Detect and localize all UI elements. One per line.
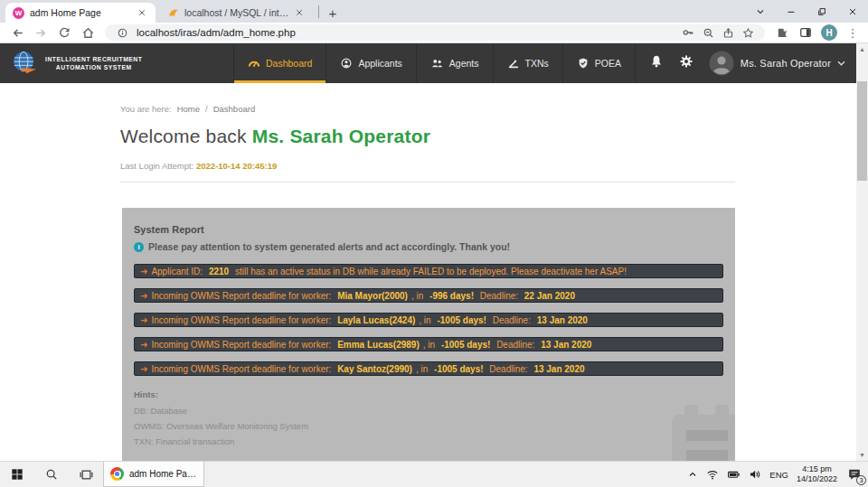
alert-text-segment: Kay Santoz(2990) <box>337 364 412 374</box>
page-scrollbar[interactable]: ▲ ▼ <box>856 43 868 461</box>
address-bar[interactable]: localhost/iras/adm/adm_home.php <box>105 24 765 41</box>
tab-adm-home[interactable]: W adm Home Page <box>5 3 156 23</box>
minimize-button[interactable] <box>776 0 807 23</box>
alert-text-segment: Deadline: <box>494 340 537 350</box>
scrollbar-thumb[interactable] <box>857 81 867 181</box>
restore-button[interactable] <box>807 0 837 23</box>
zoom-out-icon[interactable] <box>698 24 718 41</box>
taskbar-chrome-button[interactable]: adm Home Page - ... <box>103 462 204 487</box>
alert-text-segment: still has an active status in DB while a… <box>232 267 627 276</box>
alert-row: ➜Incoming OWMS Report deadline for worke… <box>134 288 723 303</box>
site-navbar: INTELLIGENT RECRUITMENT AUTOMATION SYSTE… <box>0 43 856 83</box>
menu-label: POEA <box>595 58 621 69</box>
menu-item-dashboard[interactable]: Dashboard <box>233 43 326 83</box>
alert-text-segment: Incoming OWMS Report deadline for worker… <box>151 364 334 374</box>
taskbar-search-button[interactable] <box>34 462 69 487</box>
hint-item: OWMS: Overseas Welfare Monitoring System <box>134 421 723 431</box>
forward-icon[interactable] <box>29 23 52 42</box>
clock[interactable]: 4:15 pm 14/10/2022 <box>797 464 837 484</box>
alert-text-segment: 13 Jan 2020 <box>533 364 584 374</box>
alert-text-segment: Incoming OWMS Report deadline for worker… <box>151 291 334 301</box>
alert-text-segment: Applicant ID: <box>151 267 204 276</box>
alert-text-segment: Mia Mayor(2000) <box>337 291 408 301</box>
hint-item: DB: Database <box>134 406 723 416</box>
site-info-icon[interactable] <box>112 24 132 41</box>
site-logo[interactable]: INTELLIGENT RECRUITMENT AUTOMATION SYSTE… <box>11 43 142 83</box>
system-report-panel: System Report i Please pay attention to … <box>122 208 735 461</box>
breadcrumb-current[interactable]: Dashboard <box>213 104 255 114</box>
people-icon <box>430 57 444 70</box>
tab-phpmyadmin[interactable]: localhost / MySQL / interactive / <box>161 3 313 23</box>
panel-notice: i Please pay attention to system generat… <box>134 241 723 252</box>
action-center-button[interactable]: 3 <box>845 465 863 483</box>
extensions-puzzle-icon[interactable] <box>770 23 794 42</box>
alert-row: ➜Incoming OWMS Report deadline for worke… <box>134 361 723 376</box>
alert-arrow-icon: ➜ <box>140 364 147 374</box>
shield-check-icon <box>577 57 590 70</box>
chrome-logo-icon <box>110 467 124 481</box>
side-panel-icon[interactable] <box>794 23 817 42</box>
alert-arrow-icon: ➜ <box>140 315 147 325</box>
new-tab-button[interactable]: + <box>324 4 342 22</box>
tab-search-icon[interactable] <box>745 0 776 23</box>
scroll-up-icon[interactable]: ▲ <box>856 43 868 55</box>
chevron-down-icon <box>837 61 845 67</box>
logo-text: INTELLIGENT RECRUITMENT AUTOMATION SYSTE… <box>45 55 142 71</box>
alert-text-segment: 22 Jan 2020 <box>524 291 575 301</box>
settings-gear-icon[interactable] <box>679 54 693 72</box>
home-icon[interactable] <box>76 23 99 42</box>
bookmark-star-icon[interactable] <box>738 24 758 41</box>
report-watermark-icon <box>672 405 735 461</box>
start-button[interactable] <box>0 462 34 487</box>
tray-chevron-up-icon[interactable] <box>687 469 698 480</box>
globe-plane-icon <box>11 50 38 77</box>
password-key-icon[interactable] <box>678 24 698 41</box>
info-icon: i <box>134 242 144 252</box>
user-name: Ms. Sarah Operator <box>741 58 831 69</box>
menu-item-agents[interactable]: Agents <box>416 43 493 83</box>
section-divider <box>120 182 735 183</box>
share-icon[interactable] <box>718 24 738 41</box>
alert-text-segment: 13 Jan 2020 <box>537 315 588 325</box>
close-button[interactable] <box>837 0 868 23</box>
user-avatar <box>709 51 734 76</box>
scroll-down-icon[interactable]: ▼ <box>856 449 868 461</box>
alert-text-segment: Incoming OWMS Report deadline for worker… <box>151 340 334 350</box>
url-text[interactable]: localhost/iras/adm/adm_home.php <box>137 27 678 38</box>
language-indicator[interactable]: ENG <box>769 470 788 480</box>
alert-arrow-icon: ➜ <box>140 267 147 276</box>
volume-icon[interactable] <box>749 468 761 481</box>
browser-tab-strip: W adm Home Page localhost / MySQL / inte… <box>0 0 868 23</box>
reload-icon[interactable] <box>52 23 76 42</box>
tab-close-icon[interactable] <box>136 6 148 19</box>
tab-title: localhost / MySQL / interactive / <box>184 7 289 18</box>
alert-text-segment: Layla Lucas(2424) <box>337 315 415 325</box>
tray-date: 14/10/2022 <box>797 474 837 484</box>
hints-section: Hints: DB: Database OWMS: Overseas Welfa… <box>134 389 723 446</box>
hint-item: TXN: Financial transaction <box>134 436 723 446</box>
breadcrumb-home-link[interactable]: Home <box>177 104 200 114</box>
user-menu[interactable]: Ms. Sarah Operator <box>709 51 845 76</box>
menu-item-poea[interactable]: POEA <box>562 43 636 83</box>
task-view-button[interactable] <box>69 462 103 487</box>
task-view-icon <box>80 468 93 482</box>
alert-arrow-icon: ➜ <box>140 291 147 301</box>
browser-menu-icon[interactable]: ⋮ <box>841 23 864 42</box>
alert-text-segment: -1005 days! <box>434 364 483 374</box>
tab-close-icon[interactable] <box>293 6 306 19</box>
last-login: Last Login Attempt: 2022-10-14 20:45:19 <box>120 161 277 171</box>
alert-text-segment: Emma Lucas(2989) <box>337 340 420 350</box>
wifi-icon[interactable] <box>706 468 719 481</box>
menu-item-applicants[interactable]: Applicants <box>326 43 415 83</box>
alert-text-segment: Deadline: <box>477 291 521 301</box>
page-content: You are here: Home / Dashboard Welcome b… <box>0 83 856 461</box>
menu-item-txns[interactable]: TXNs <box>493 43 562 83</box>
profile-avatar[interactable]: H <box>817 23 841 42</box>
notifications-bell-icon[interactable] <box>649 54 664 72</box>
tray-time: 4:15 pm <box>797 464 837 474</box>
battery-icon[interactable] <box>727 468 741 481</box>
alert-text-segment: -1005 days! <box>441 340 490 350</box>
back-icon[interactable] <box>5 23 29 42</box>
alert-row: ➜Applicant ID: 2210 still has an active … <box>134 264 723 278</box>
breadcrumb-prefix: You are here: <box>120 104 172 114</box>
